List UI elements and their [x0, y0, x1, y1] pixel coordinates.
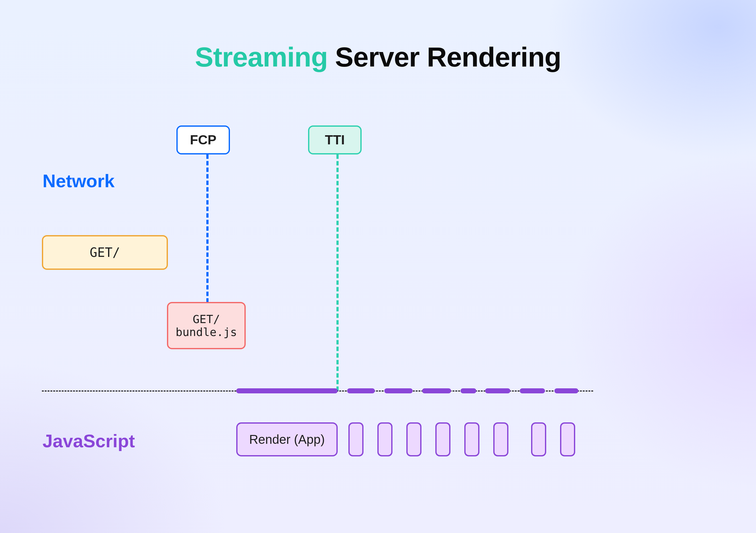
js-task-chip — [560, 422, 575, 456]
js-timeline-dash — [422, 388, 451, 393]
tti-marker-box: TTI — [308, 126, 362, 154]
fcp-marker-box: FCP — [176, 126, 230, 154]
javascript-section-label: JavaScript — [42, 430, 135, 451]
diagram-stage: Streaming Server Rendering Network JavaS… — [0, 0, 756, 533]
js-timeline-solid — [236, 388, 338, 393]
js-task-chip — [493, 422, 508, 456]
js-timeline-dash — [485, 388, 510, 393]
fcp-guideline — [206, 154, 208, 303]
js-task-chip — [377, 422, 392, 456]
js-timeline-dash — [520, 388, 545, 393]
title-accent: Streaming — [195, 41, 328, 72]
js-task-chip — [464, 422, 479, 456]
network-get-root-box: GET/ — [42, 235, 168, 270]
js-timeline-dash — [461, 388, 476, 393]
js-task-chip — [348, 422, 364, 456]
network-section-label: Network — [42, 170, 115, 191]
js-timeline-dash — [384, 388, 413, 393]
js-timeline-dash — [347, 388, 375, 393]
js-task-chip — [406, 422, 421, 456]
diagram-title: Streaming Server Rendering — [0, 41, 756, 73]
js-timeline-dash — [554, 388, 578, 393]
js-task-chip — [435, 422, 450, 456]
js-render-app-box: Render (App) — [236, 422, 338, 456]
title-rest: Server Rendering — [328, 41, 561, 72]
js-task-chip — [531, 422, 546, 456]
tti-guideline — [337, 154, 338, 391]
network-get-bundle-box: GET/ bundle.js — [167, 302, 246, 349]
